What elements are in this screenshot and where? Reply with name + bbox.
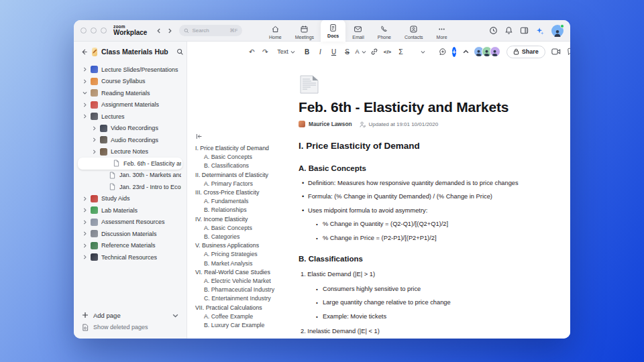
window-zoom-button[interactable] (101, 27, 107, 34)
toc-item-b-luxury-car-example[interactable]: B. Luxury Car Example (195, 321, 290, 330)
toc-item-a-pricing-strategies[interactable]: A. Pricing Strategies (195, 250, 290, 259)
underline-button[interactable]: U (328, 46, 339, 58)
strikethrough-button[interactable]: S (341, 46, 353, 58)
doc-bullet-item[interactable]: Uses midpoint formula to avoid asymmetry… (299, 207, 543, 214)
share-button[interactable]: Share (506, 46, 545, 58)
back-arrow-icon[interactable] (80, 48, 88, 56)
window-close-button[interactable] (80, 27, 87, 34)
list-format-dropdown[interactable] (416, 46, 427, 58)
toc-item-a-fundamentals[interactable]: A. Fundamentals (195, 197, 290, 206)
sidebar-item-jan-30th-markets-and-p[interactable]: Jan. 30th - Markets and P... (74, 170, 186, 182)
code-button[interactable]: </> (382, 46, 393, 58)
chat-icon[interactable] (567, 48, 570, 56)
global-search-input[interactable]: Search ⌘F (179, 25, 242, 36)
tab-more[interactable]: More (430, 23, 454, 42)
insert-link-button[interactable] (368, 46, 380, 58)
bold-button[interactable]: B (301, 46, 313, 58)
insert-block-button[interactable]: + (452, 47, 456, 57)
sidebar-item-discussion-materials[interactable]: Discussion Materials (74, 228, 186, 240)
sidebar-item-technical-resources[interactable]: Technical Resources (74, 251, 186, 263)
toc-item-a-coffee-example[interactable]: A. Coffee Example (195, 312, 290, 321)
toc-item-ii-determinants-of-elasticity[interactable]: II. Determinants of Elasticity (195, 171, 290, 180)
toc-item-a-basic-concepts[interactable]: A. Basic Concepts (195, 224, 290, 233)
doc-bullet-item[interactable]: % Change in Quantity = (Q2-Q1)/[(Q2+Q1)/… (299, 221, 543, 227)
collapse-toolbar-button[interactable] (460, 46, 472, 58)
document-blocks[interactable]: I. Price Elasticity of DemandA. Basic Co… (299, 141, 543, 335)
sidebar-item-course-syllabus[interactable]: Course Syllabus (74, 76, 186, 88)
add-page-button[interactable]: Add page (82, 309, 178, 321)
toc-item-b-classifications[interactable]: B. Classifications (195, 162, 290, 170)
italic-button[interactable]: I (315, 46, 326, 58)
toc-collapse-icon[interactable] (195, 133, 290, 140)
redo-button[interactable]: ↷ (260, 46, 271, 58)
toc-item-a-basic-concepts[interactable]: A. Basic Concepts (195, 153, 290, 162)
nav-forward-button[interactable] (164, 25, 175, 36)
doc-heading-2[interactable]: B. Classifications (299, 255, 543, 263)
comment-button[interactable] (437, 46, 448, 58)
sidebar-item-reference-materials[interactable]: Reference Materials (74, 240, 186, 252)
document-canvas[interactable]: Feb. 6th - Elasticity and Markets Mauric… (293, 62, 570, 339)
chevron-right-icon[interactable] (91, 126, 97, 131)
notifications-bell-icon[interactable] (504, 26, 513, 35)
chevron-right-icon[interactable] (82, 79, 87, 84)
toc-item-b-market-analysis[interactable]: B. Market Analysis (195, 259, 290, 268)
doc-bullet-item[interactable]: Definition: Measures how responsive quan… (299, 180, 543, 186)
equation-button[interactable]: Σ (395, 46, 407, 58)
window-minimize-button[interactable] (91, 27, 97, 34)
collaborator-3-avatar[interactable] (490, 46, 500, 57)
sidebar-item-audio-recordings[interactable]: Audio Recordings (74, 134, 186, 146)
chevron-right-icon[interactable] (82, 208, 87, 213)
user-avatar[interactable] (551, 25, 564, 37)
doc-bullet-item[interactable]: Formula: (% Change in Quantity Demanded)… (299, 193, 543, 200)
sidebar-item-lectures[interactable]: Lectures (74, 111, 186, 123)
chevron-right-icon[interactable] (82, 243, 87, 248)
chevron-right-icon[interactable] (91, 137, 97, 142)
tab-contacts[interactable]: Contacts (398, 23, 430, 42)
chevron-right-icon[interactable] (91, 149, 97, 154)
doc-bullet-item[interactable]: Large quantity change relative to price … (299, 299, 543, 306)
toc-item-c-entertainment-industry[interactable]: C. Entertainment Industry (195, 294, 290, 303)
chevron-right-icon[interactable] (82, 114, 87, 119)
toc-item-a-electric-vehicle-market[interactable]: A. Electric Vehicle Market (195, 277, 290, 286)
chevron-right-icon[interactable] (82, 196, 87, 201)
sidebar-item-reading-materials[interactable]: Reading Materials (74, 87, 186, 99)
sidebar-item-assessment-resources[interactable]: Assessment Resources (74, 217, 186, 229)
history-icon[interactable] (489, 26, 498, 35)
chevron-down-icon[interactable] (172, 312, 178, 318)
toc-item-i-price-elasticity-of-demand[interactable]: I. Price Elasticity of Demand (195, 144, 290, 153)
text-color-dropdown[interactable]: A (355, 46, 366, 58)
ai-companion-sparkle-icon[interactable] (535, 26, 545, 36)
sidebar-item-video-recordings[interactable]: Video Recordings (74, 123, 186, 135)
sidebar-item-lab-materials[interactable]: Lab Materials (74, 204, 186, 217)
video-call-icon[interactable] (551, 48, 561, 56)
doc-numbered-item[interactable]: 2. Inelastic Demand (|E| < 1) (299, 328, 543, 335)
undo-button[interactable]: ↶ (246, 46, 258, 58)
toc-item-iv-income-elasticity[interactable]: IV. Income Elasticity (195, 215, 290, 224)
doc-bullet-item[interactable]: % Change in Price = (P2-P1)/[(P2+P1)/2] (299, 235, 543, 241)
tab-email[interactable]: Email (345, 23, 371, 42)
sidebar-item-study-aids[interactable]: Study Aids (74, 193, 186, 205)
sidebar-item-lecture-notes[interactable]: Lecture Notes (74, 146, 186, 158)
chevron-right-icon[interactable] (82, 67, 87, 72)
tab-home[interactable]: Home (262, 23, 288, 42)
tab-phone[interactable]: Phone (371, 23, 398, 42)
text-style-dropdown[interactable]: Text (280, 46, 292, 58)
doc-heading-1[interactable]: I. Price Elasticity of Demand (299, 141, 543, 151)
doc-heading-2[interactable]: A. Basic Concepts (299, 164, 543, 172)
tab-docs[interactable]: Docs (321, 20, 345, 42)
doc-bullet-item[interactable]: Example: Movie tickets (299, 313, 543, 320)
side-panel-icon[interactable] (520, 26, 529, 35)
toc-item-vi-real-world-case-studies[interactable]: VI. Real-World Case Studies (195, 268, 290, 277)
toc-item-iii-cross-price-elasticity[interactable]: III. Cross-Price Elasticity (195, 188, 290, 197)
sidebar-item-lecture-slides-presentations[interactable]: Lecture Slides/Presentations (74, 64, 186, 76)
chevron-right-icon[interactable] (82, 255, 87, 259)
toc-item-b-categories[interactable]: B. Categories (195, 233, 290, 241)
doc-numbered-item[interactable]: 1. Elastic Demand (|E| > 1) (299, 271, 543, 278)
toc-item-b-relationships[interactable]: B. Relationships (195, 206, 290, 215)
chevron-down-icon[interactable] (82, 90, 87, 95)
sidebar-item-jan-23rd-intro-to-econo[interactable]: Jan. 23rd - Intro to Econo... (74, 181, 186, 193)
sidebar-item-feb-6th-elasticity-and-m[interactable]: Feb. 6th - Elasticity and M... (78, 158, 182, 170)
toc-item-a-primary-factors[interactable]: A. Primary Factors (195, 180, 290, 188)
sidebar-search-icon[interactable] (176, 48, 184, 56)
show-deleted-pages-button[interactable]: Show deleted pages (82, 321, 178, 333)
